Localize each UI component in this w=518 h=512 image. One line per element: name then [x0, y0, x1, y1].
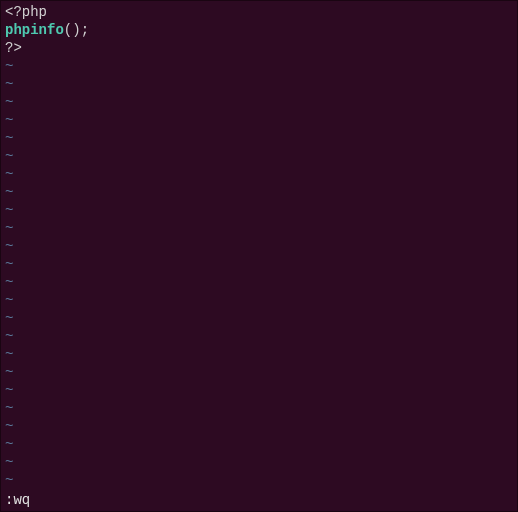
php-close-tag: ?>: [5, 40, 22, 56]
empty-lines-area: ~~~~~~~~~~~~~~~~~~~~~~~~: [5, 57, 513, 489]
empty-line-tilde: ~: [5, 57, 513, 75]
empty-line-tilde: ~: [5, 129, 513, 147]
command-text: :wq: [5, 492, 30, 508]
empty-line-tilde: ~: [5, 219, 513, 237]
empty-line-tilde: ~: [5, 255, 513, 273]
empty-line-tilde: ~: [5, 399, 513, 417]
vim-editor-area[interactable]: <?php phpinfo(); ?> ~~~~~~~~~~~~~~~~~~~~…: [1, 1, 517, 491]
empty-line-tilde: ~: [5, 435, 513, 453]
empty-line-tilde: ~: [5, 111, 513, 129]
empty-line-tilde: ~: [5, 75, 513, 93]
empty-line-tilde: ~: [5, 201, 513, 219]
empty-line-tilde: ~: [5, 327, 513, 345]
code-line-3: ?>: [5, 39, 513, 57]
empty-line-tilde: ~: [5, 291, 513, 309]
empty-line-tilde: ~: [5, 165, 513, 183]
empty-line-tilde: ~: [5, 183, 513, 201]
php-function: phpinfo: [5, 22, 64, 38]
php-parentheses: (): [64, 22, 81, 38]
empty-line-tilde: ~: [5, 273, 513, 291]
empty-line-tilde: ~: [5, 237, 513, 255]
code-line-2: phpinfo();: [5, 21, 513, 39]
empty-line-tilde: ~: [5, 453, 513, 471]
empty-line-tilde: ~: [5, 471, 513, 489]
empty-line-tilde: ~: [5, 147, 513, 165]
php-semicolon: ;: [81, 22, 89, 38]
vim-command-line[interactable]: :wq: [5, 491, 30, 509]
empty-line-tilde: ~: [5, 309, 513, 327]
empty-line-tilde: ~: [5, 93, 513, 111]
empty-line-tilde: ~: [5, 345, 513, 363]
code-line-1: <?php: [5, 3, 513, 21]
empty-line-tilde: ~: [5, 363, 513, 381]
php-open-tag: <?php: [5, 4, 47, 20]
empty-line-tilde: ~: [5, 417, 513, 435]
empty-line-tilde: ~: [5, 381, 513, 399]
